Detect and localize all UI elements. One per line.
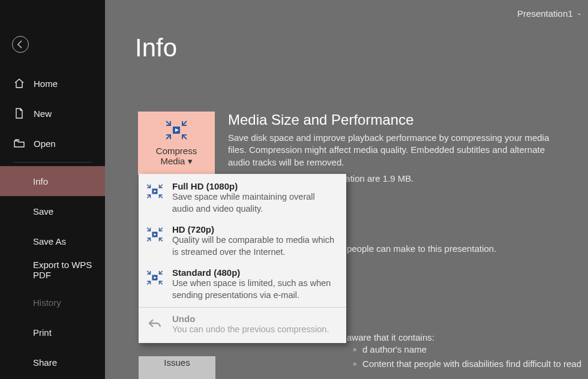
sidebar-item-label: Save xyxy=(33,206,53,216)
backstage-sidebar: Home New Open Info Save Save As Export t… xyxy=(0,0,105,379)
inspect-aware-fragment: aware that it contains: xyxy=(347,332,581,342)
compress-media-label: Compress Media ▾ xyxy=(156,146,197,167)
inspect-bullet: d author's name xyxy=(353,342,581,357)
folder-open-icon xyxy=(13,137,25,149)
dropdown-item-title: Undo xyxy=(172,314,338,324)
sidebar-divider xyxy=(13,162,92,163)
media-description: Save disk space and improve playback per… xyxy=(228,132,561,169)
dropdown-item-undo: Undo You can undo the previous compressi… xyxy=(139,309,346,341)
document-name: Presentation1 xyxy=(517,8,573,19)
dropdown-item-title: Standard (480p) xyxy=(172,267,338,278)
dropdown-item-title: Full HD (1080p) xyxy=(172,181,338,191)
sidebar-item-label: Share xyxy=(33,357,57,368)
dropdown-item-fullhd[interactable]: Full HD (1080p) Save space while maintai… xyxy=(139,176,346,219)
protect-description-fragment: people can make to this presentation. xyxy=(347,243,496,254)
inspect-bullet: Content that people with disabilities fi… xyxy=(353,357,581,371)
sidebar-item-open[interactable]: Open xyxy=(0,128,105,158)
sidebar-item-new[interactable]: New xyxy=(0,98,105,128)
dropdown-item-title: HD (720p) xyxy=(172,224,338,234)
compress-media-dropdown: Full HD (1080p) Save space while maintai… xyxy=(139,174,346,343)
inspect-aware-block: aware that it contains: d author's name … xyxy=(347,332,581,371)
new-file-icon xyxy=(13,107,25,119)
dropdown-item-desc: Quality will be comparable to media whic… xyxy=(172,234,338,258)
sidebar-item-print[interactable]: Print xyxy=(0,317,105,347)
sidebar-item-label: Print xyxy=(33,327,52,338)
compress-icon xyxy=(145,224,165,245)
sidebar-item-label: Open xyxy=(34,139,56,149)
compress-media-icon xyxy=(164,119,188,141)
sidebar-item-label: New xyxy=(34,109,52,119)
sidebar-item-export-wps[interactable]: Export to WPS PDF xyxy=(0,256,105,287)
sidebar-item-home[interactable]: Home xyxy=(0,68,105,98)
dropdown-item-desc: You can undo the previous compression. xyxy=(172,324,338,336)
home-icon xyxy=(13,77,25,89)
chevron-down-icon: ▾ xyxy=(188,156,193,166)
sidebar-nav: Home New Open Info Save Save As Export t… xyxy=(0,68,105,377)
compress-icon xyxy=(145,181,165,201)
sidebar-item-history: History xyxy=(0,287,105,317)
dropdown-item-desc: Save space while maintaining overall aud… xyxy=(172,191,338,215)
sidebar-item-label: Info xyxy=(33,176,48,187)
back-button[interactable] xyxy=(12,36,29,53)
dropdown-item-hd[interactable]: HD (720p) Quality will be comparable to … xyxy=(139,219,346,263)
sidebar-item-label: Save As xyxy=(33,236,66,246)
titlebar: Presentation1 - xyxy=(517,8,581,19)
sidebar-item-label: Export to WPS PDF xyxy=(33,260,105,280)
sidebar-item-save[interactable]: Save xyxy=(0,196,105,226)
dropdown-item-desc: Use when space is limited, such as when … xyxy=(172,278,338,301)
sidebar-item-info[interactable]: Info xyxy=(0,166,105,196)
sidebar-item-save-as[interactable]: Save As xyxy=(0,226,105,256)
dropdown-divider xyxy=(139,307,346,308)
compress-media-button[interactable]: Compress Media ▾ xyxy=(138,112,215,175)
compress-icon xyxy=(145,267,165,288)
sidebar-item-label: History xyxy=(33,297,61,308)
sidebar-item-share[interactable]: Share xyxy=(0,347,105,377)
page-title: Info xyxy=(135,34,177,62)
titlebar-sep: - xyxy=(578,8,581,19)
media-heading: Media Size and Performance xyxy=(228,112,561,128)
check-for-issues-button[interactable]: Issues xyxy=(139,356,215,379)
arrow-left-icon xyxy=(16,40,25,49)
sidebar-item-label: Home xyxy=(34,79,58,89)
dropdown-item-sd[interactable]: Standard (480p) Use when space is limite… xyxy=(139,263,346,306)
undo-icon xyxy=(145,314,165,334)
